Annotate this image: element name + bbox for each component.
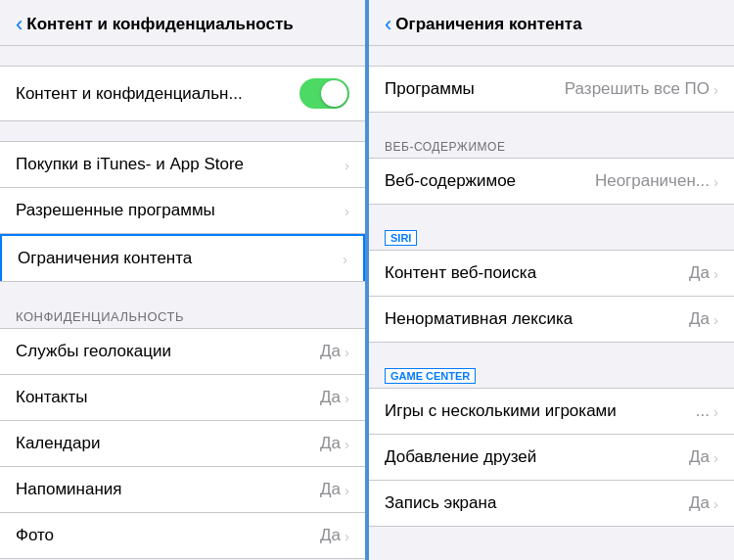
nav-section: Покупки в iTunes- и App Store › Разрешен…	[0, 141, 365, 282]
add-friends-label: Добавление друзей	[385, 447, 536, 467]
photos-item[interactable]: Фото Да ›	[0, 513, 365, 558]
right-settings-list: Программы Разрешить все ПО › ВЕБ-СОДЕРЖИ…	[369, 46, 734, 560]
content-privacy-toggle[interactable]	[299, 78, 349, 109]
add-friends-right: Да ›	[689, 447, 718, 467]
content-restrictions-label: Ограничения контента	[18, 249, 192, 268]
web-content-label: Веб-содержимое	[385, 171, 516, 191]
programs-item[interactable]: Программы Разрешить все ПО ›	[369, 67, 734, 112]
content-restrictions-item[interactable]: Ограничения контента ›	[0, 234, 365, 281]
reminders-label: Напоминания	[16, 480, 122, 499]
right-back-chevron-icon: ‹	[385, 14, 391, 35]
left-panel: ‹ Контент и конфиденциальность Контент и…	[0, 0, 365, 560]
web-content-chevron-icon: ›	[713, 173, 718, 190]
contacts-right: Да ›	[320, 388, 349, 407]
privacy-section: Службы геолокации Да › Контакты Да › Кал…	[0, 328, 365, 559]
location-right: Да ›	[320, 342, 349, 361]
profanity-item[interactable]: Ненормативная лексика Да ›	[369, 297, 734, 342]
web-search-content-item[interactable]: Контент веб-поиска Да ›	[369, 251, 734, 297]
contacts-chevron-icon: ›	[344, 390, 349, 406]
left-back-button[interactable]: ‹	[16, 14, 26, 35]
reminders-item[interactable]: Напоминания Да ›	[0, 467, 365, 513]
calendars-right: Да ›	[320, 434, 349, 453]
multiplayer-chevron-icon: ›	[713, 403, 718, 420]
reminders-right: Да ›	[320, 480, 349, 499]
allowed-apps-label: Разрешенные программы	[16, 201, 215, 220]
programs-label: Программы	[385, 79, 475, 99]
itunes-right: ›	[344, 157, 349, 173]
game-center-section: Игры с несколькими игроками ... › Добавл…	[369, 388, 734, 527]
multiplayer-right: ... ›	[696, 401, 718, 421]
photos-value: Да	[320, 526, 341, 545]
add-friends-value: Да	[689, 447, 710, 467]
reminders-value: Да	[320, 480, 341, 499]
web-search-right: Да ›	[689, 263, 718, 283]
left-panel-title: Контент и конфиденциальность	[26, 15, 293, 34]
itunes-label: Покупки в iTunes- и App Store	[16, 155, 244, 174]
itunes-chevron-icon: ›	[344, 157, 349, 173]
add-friends-item[interactable]: Добавление друзей Да ›	[369, 435, 734, 481]
profanity-label: Ненормативная лексика	[385, 309, 573, 329]
calendars-value: Да	[320, 434, 341, 453]
web-search-label: Контент веб-поиска	[385, 263, 536, 283]
left-settings-list: Контент и конфиденциальн... Покупки в iT…	[0, 46, 365, 560]
right-back-button[interactable]: ‹	[385, 14, 395, 35]
allowed-apps-chevron-icon: ›	[344, 203, 349, 219]
add-friends-chevron-icon: ›	[713, 449, 718, 466]
allowed-apps-right: ›	[344, 203, 349, 219]
profanity-value: Да	[689, 309, 710, 329]
content-restrictions-chevron-icon: ›	[343, 251, 347, 267]
left-header: ‹ Контент и конфиденциальность	[0, 0, 365, 46]
multiplayer-item[interactable]: Игры с несколькими игроками ... ›	[369, 389, 734, 435]
content-privacy-toggle-row: Контент и конфиденциальн...	[0, 66, 365, 121]
toggle-label: Контент и конфиденциальн...	[16, 84, 243, 104]
game-center-badge: GAME CENTER	[385, 368, 476, 384]
privacy-section-label: КОНФИДЕНЦИАЛЬНОСТЬ	[0, 302, 365, 328]
right-header: ‹ Ограничения контента	[369, 0, 734, 46]
location-chevron-icon: ›	[344, 344, 349, 360]
contacts-value: Да	[320, 388, 341, 407]
web-content-item[interactable]: Веб-содержимое Неограничен... ›	[369, 159, 734, 204]
right-panel: ‹ Ограничения контента Программы Разреши…	[369, 0, 734, 560]
location-services-item[interactable]: Службы геолокации Да ›	[0, 329, 365, 375]
web-content-value: Неограничен...	[595, 171, 710, 191]
web-section: Веб-содержимое Неограничен... ›	[369, 158, 734, 205]
contacts-item[interactable]: Контакты Да ›	[0, 375, 365, 421]
itunes-appstore-item[interactable]: Покупки в iTunes- и App Store ›	[0, 142, 365, 188]
multiplayer-value: ...	[696, 401, 710, 421]
calendars-label: Календари	[16, 434, 100, 453]
multiplayer-label: Игры с несколькими игроками	[385, 401, 617, 421]
siri-badge: SIRI	[385, 230, 417, 246]
screen-recording-value: Да	[689, 493, 710, 513]
screen-recording-item[interactable]: Запись экрана Да ›	[369, 481, 734, 526]
location-label: Службы геолокации	[16, 342, 171, 361]
left-back-chevron-icon: ‹	[16, 14, 23, 35]
contacts-label: Контакты	[16, 388, 87, 407]
siri-section: Контент веб-поиска Да › Ненормативная ле…	[369, 250, 734, 343]
programs-chevron-icon: ›	[713, 81, 718, 98]
allowed-apps-item[interactable]: Разрешенные программы ›	[0, 188, 365, 234]
screen-recording-right: Да ›	[689, 493, 718, 513]
profanity-right: Да ›	[689, 309, 718, 329]
web-search-value: Да	[689, 263, 710, 283]
web-section-label: ВЕБ-СОДЕРЖИМОЕ	[369, 132, 734, 158]
calendars-item[interactable]: Календари Да ›	[0, 421, 365, 467]
photos-right: Да ›	[320, 526, 349, 545]
location-value: Да	[320, 342, 341, 361]
toggle-knob	[321, 80, 347, 107]
calendars-chevron-icon: ›	[344, 436, 349, 452]
reminders-chevron-icon: ›	[344, 482, 349, 498]
web-content-right: Неограничен... ›	[595, 171, 718, 191]
web-search-chevron-icon: ›	[713, 265, 718, 282]
screen-recording-chevron-icon: ›	[713, 495, 718, 512]
screen-recording-label: Запись экрана	[385, 493, 496, 513]
programs-section: Программы Разрешить все ПО ›	[369, 66, 734, 113]
photos-chevron-icon: ›	[344, 528, 349, 544]
programs-value: Разрешить все ПО	[565, 79, 710, 99]
content-restrictions-right: ›	[343, 251, 347, 267]
photos-label: Фото	[16, 526, 54, 545]
right-panel-title: Ограничения контента	[395, 15, 581, 34]
programs-right: Разрешить все ПО ›	[565, 79, 718, 99]
profanity-chevron-icon: ›	[713, 311, 718, 328]
